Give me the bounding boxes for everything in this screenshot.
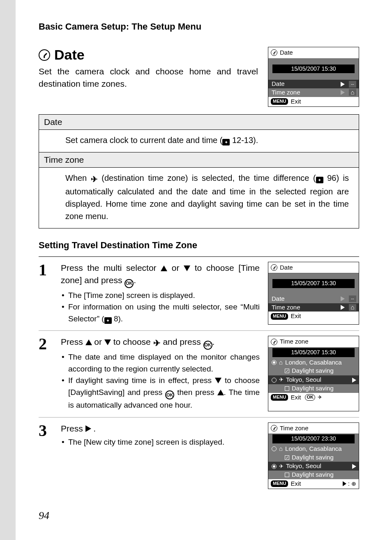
text: If daylight saving time is in effect, pr… bbox=[68, 376, 215, 385]
home-icon bbox=[349, 89, 356, 96]
step-bullet: The [Time zone] screen is displayed. bbox=[61, 290, 260, 302]
reference-icon: ✦ bbox=[316, 177, 323, 183]
step-3: 3 Press . The [New city time zone] scree… bbox=[39, 422, 359, 489]
down-arrow-icon bbox=[215, 378, 221, 383]
step-1: 1 Press the multi selector or to choose … bbox=[39, 262, 359, 325]
step-title: Press or to choose and press OK. bbox=[61, 336, 260, 350]
def-tz-head: Time zone bbox=[39, 152, 359, 168]
text: and press bbox=[161, 337, 203, 346]
lcd-row-timezone: Time zone bbox=[268, 303, 359, 312]
step-bullet: If daylight saving time is in effect, pr… bbox=[61, 375, 260, 411]
right-arrow-icon bbox=[85, 425, 91, 432]
text: to choose bbox=[111, 337, 153, 346]
lcd-row-home: London, Casablanca bbox=[268, 358, 359, 367]
lcd-title: Time zone bbox=[280, 425, 308, 432]
lcd-row-home: London, Casablanca bbox=[268, 445, 359, 453]
def-tz-body: When (destination time zone) is selected… bbox=[39, 168, 359, 228]
text: . bbox=[134, 275, 136, 285]
text: Press bbox=[61, 337, 85, 346]
text: 8). bbox=[112, 314, 123, 323]
lcd-row-value: -- bbox=[349, 295, 356, 302]
text: . bbox=[212, 337, 215, 346]
lcd-datetime: 15/05/2007 15:30 bbox=[272, 65, 355, 74]
lcd-row-date: Date -- bbox=[268, 295, 359, 303]
right-arrow-icon bbox=[343, 481, 346, 486]
definition-table: Date Set camera clock to current date an… bbox=[39, 114, 359, 228]
lcd-row-label: Tokyo, Seoul bbox=[286, 376, 321, 384]
lcd-datetime: 15/05/2007 23:30 bbox=[272, 434, 355, 443]
lcd-row-label: Tokyo, Seoul bbox=[286, 462, 321, 470]
text: Press the multi selector bbox=[61, 263, 161, 272]
step-number: 1 bbox=[39, 262, 53, 325]
lcd-row-label: London, Casablanca bbox=[285, 445, 342, 453]
reference-icon: ✦ bbox=[222, 139, 230, 145]
lcd-row-value: -- bbox=[349, 81, 356, 88]
ok-icon: OK bbox=[203, 341, 212, 350]
lcd-timezone-menu: Time zone 15/05/2007 15:30 London, Casab… bbox=[268, 336, 359, 411]
lcd-row-label: Date bbox=[272, 295, 285, 303]
lcd-footer-exit: Exit bbox=[291, 394, 301, 402]
section-heading: Date bbox=[39, 47, 258, 63]
step-title: Press . bbox=[61, 422, 260, 435]
reference-icon: ✦ bbox=[104, 317, 112, 324]
globe-icon bbox=[351, 480, 356, 488]
up-arrow-icon bbox=[161, 265, 167, 271]
lcd-row-dest-ds: Daylight saving bbox=[268, 471, 359, 479]
lcd-date-menu: Date 15/05/2007 15:30 Date -- Time zone … bbox=[268, 47, 359, 107]
lcd-title: Time zone bbox=[280, 338, 308, 346]
lcd-datetime: 15/05/2007 15:30 bbox=[272, 348, 355, 357]
checkbox-checked-icon: ✓ bbox=[285, 369, 289, 373]
chevron-right-icon bbox=[352, 464, 356, 469]
step-title: Press the multi selector or to choose [T… bbox=[61, 262, 260, 288]
lcd-row-label: London, Casablanca bbox=[285, 359, 342, 367]
step-2: 2 Press or to choose and press OK. The d… bbox=[39, 336, 359, 411]
checkbox-checked-icon: ✓ bbox=[285, 455, 289, 460]
section-title: Date bbox=[54, 47, 85, 63]
up-arrow-icon bbox=[85, 339, 92, 345]
lcd-row-label: Date bbox=[272, 80, 285, 88]
lcd-row-dest: ✈ Tokyo, Seoul bbox=[268, 462, 359, 471]
subheading: Setting Travel Destination Time Zone bbox=[39, 240, 359, 251]
home-icon bbox=[349, 304, 356, 311]
ok-icon: OK bbox=[125, 279, 134, 288]
lcd-title: Date bbox=[280, 49, 293, 57]
text: Press bbox=[61, 424, 85, 433]
down-arrow-icon bbox=[184, 265, 190, 271]
plane-icon: ✈ bbox=[279, 463, 284, 470]
menu-badge: MENU bbox=[271, 480, 288, 487]
plane-icon bbox=[153, 337, 161, 349]
lcd-row-label: Daylight saving bbox=[292, 385, 334, 392]
plane-icon: ✈ bbox=[318, 394, 322, 401]
up-arrow-icon bbox=[217, 390, 224, 395]
lcd-row-label: Time zone bbox=[272, 89, 300, 97]
menu-badge: MENU bbox=[271, 98, 288, 105]
down-arrow-icon bbox=[104, 339, 111, 345]
lcd-date-menu-tz-selected: Date 15/05/2007 15:30 Date -- Time zone bbox=[268, 262, 359, 325]
menu-badge: MENU bbox=[271, 394, 288, 401]
checkbox-icon bbox=[285, 473, 289, 477]
text: . bbox=[91, 424, 96, 433]
clock-icon bbox=[271, 264, 277, 271]
text: When bbox=[65, 173, 91, 182]
step-number: 3 bbox=[39, 422, 53, 489]
chevron-right-icon bbox=[341, 305, 345, 310]
lcd-timezone-menu-dest: Time zone 15/05/2007 23:30 London, Casab… bbox=[268, 422, 359, 489]
radio-off-icon bbox=[272, 446, 277, 451]
checkbox-icon bbox=[285, 386, 289, 391]
text: or bbox=[167, 263, 184, 272]
lcd-row-label: Daylight saving bbox=[292, 471, 334, 479]
text: (destination time zone) is selected, the… bbox=[98, 173, 316, 182]
lcd-row-dest-ds: Daylight saving bbox=[268, 384, 359, 393]
page-content: Basic Camera Setup: The Setup Menu Date … bbox=[16, 0, 392, 540]
clock-icon bbox=[271, 339, 277, 345]
plane-icon: ✈ bbox=[279, 376, 284, 383]
text: 12-13). bbox=[230, 136, 258, 145]
plane-icon bbox=[91, 173, 98, 185]
lcd-row-label: Daylight saving bbox=[292, 454, 334, 462]
lcd-row-home-ds: ✓ Daylight saving bbox=[268, 367, 359, 375]
radio-off-icon bbox=[272, 378, 277, 383]
chevron-right-icon bbox=[352, 378, 356, 383]
lcd-row-label: Daylight saving bbox=[292, 367, 334, 375]
text: then press bbox=[174, 388, 217, 397]
chevron-right-icon bbox=[341, 296, 345, 301]
